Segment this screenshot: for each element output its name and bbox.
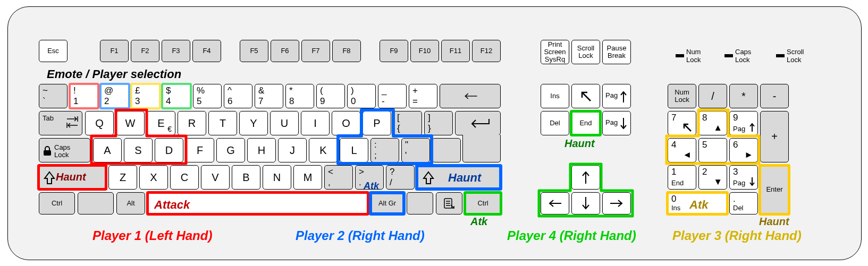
key-l: L [340,138,368,162]
key-enter-bottom [462,135,501,162]
key-f7: F7 [301,40,330,62]
key-m: M [293,165,322,190]
key-pause: Pause Break [602,40,631,64]
arrow-up-icon [749,122,755,133]
key-d: D [155,138,183,162]
arrow-down-icon [749,176,755,187]
key-i: I [301,111,330,135]
key-ctrl-l: Ctrl [39,192,75,214]
key-9: (9 [316,84,345,108]
key-np-minus: - [760,84,789,108]
key-n: N [263,165,291,190]
key-q: Q [85,111,114,135]
key-z: Z [108,165,137,190]
key-win-l [78,192,114,214]
key-j: J [278,138,307,162]
p3-atk-label: Atk [689,198,708,212]
svg-line-17 [684,124,691,131]
lock-caps: Caps Lock [724,48,751,64]
key-e: E€ [147,111,175,135]
key-np-7: 7 [668,111,696,135]
p2-haunt-label: Haunt [448,171,481,185]
p1-label: Player 1 (Left Hand) [92,228,212,243]
shift-icon [44,171,55,185]
key-np-9: 9Pag [729,111,758,135]
key-3: £3 [131,84,160,108]
p3-haunt-label: Haunt [759,216,789,228]
key-5: %5 [193,84,222,108]
key-numlock: Num Lock [668,84,696,108]
key-alt: Alt [116,192,145,214]
key-ins: Ins [541,84,569,108]
key-np-star: * [729,84,758,108]
key-f2: F2 [131,40,159,62]
key-g: G [216,138,245,162]
key-f11: F11 [441,40,470,62]
arrow-right-icon [609,199,624,208]
key-np-enter: Enter [760,165,789,214]
shift-icon [423,171,434,185]
key-a: A [93,138,122,162]
key-del: Del [541,111,569,135]
key-np-4: 4◄ [668,138,696,162]
key-menu [436,192,462,214]
emote-label: Emote / Player selection [47,67,181,81]
key-quote: "' [401,138,430,162]
key-pgdn: Pag [602,111,631,135]
key-y: Y [239,111,268,135]
key-arrow-down [571,192,600,214]
key-f3: F3 [162,40,190,62]
svg-line-10 [582,92,591,101]
key-extra [432,138,461,162]
key-bracket-l: [{ [393,111,422,135]
p1-attack-label: Attack [154,198,190,212]
arrow-left-icon [547,199,562,208]
key-end: End [571,111,600,135]
p4-label: Player 4 (Right Hand) [507,228,636,243]
key-f1: F1 [100,40,129,62]
key-arrow-left [541,192,569,214]
key-v: V [201,165,230,190]
key-f6: F6 [271,40,299,62]
home-arrow-icon [682,122,693,133]
key-np-1: 1End [668,165,696,190]
arrow-down-icon [620,117,627,131]
key-np-plus: + [760,111,789,162]
key-np-dot: .Del [729,192,758,214]
arrow-down-icon [582,196,590,211]
key-f9: F9 [380,40,408,62]
key-p: P [363,111,391,135]
key-win-r [407,192,433,214]
key-f5: F5 [240,40,268,62]
key-u: U [270,111,299,135]
key-pgup: Pag [602,84,631,108]
key-h: H [247,138,276,162]
key-w: W [116,111,145,135]
key-b: B [232,165,260,190]
p4-haunt-label: Haunt [564,138,595,150]
key-arrow-up [571,165,600,190]
keyboard-layout-diagram: Esc F1 F2 F3 F4 F5 F6 F7 F8 F9 F10 F11 F… [0,0,868,266]
key-altgr: Alt Gr [370,192,404,214]
key-prtsc: Print Screen SysRq [541,40,569,64]
key-f: F [186,138,214,162]
key-0: )0 [347,84,376,108]
p4-atk-label: Atk [470,216,487,228]
key-capslock: Caps Lock [39,138,90,162]
p2-atk-label: Atk [364,181,379,192]
lock-scroll: Scroll Lock [776,48,804,64]
key-arrow-right [602,192,631,214]
key-1: !1 [70,84,98,108]
key-home [571,84,600,108]
key-8: *8 [285,84,314,108]
key-equals: += [409,84,437,108]
menu-icon [443,198,455,209]
key-f12: F12 [472,40,501,62]
p2-label: Player 2 (Right Hand) [296,228,425,243]
p1-haunt-label: Haunt [56,171,86,183]
home-arrow-icon [579,89,593,103]
key-c: C [170,165,199,190]
lock-icon [43,145,52,157]
tab-icon [66,115,79,130]
key-7: &7 [255,84,283,108]
